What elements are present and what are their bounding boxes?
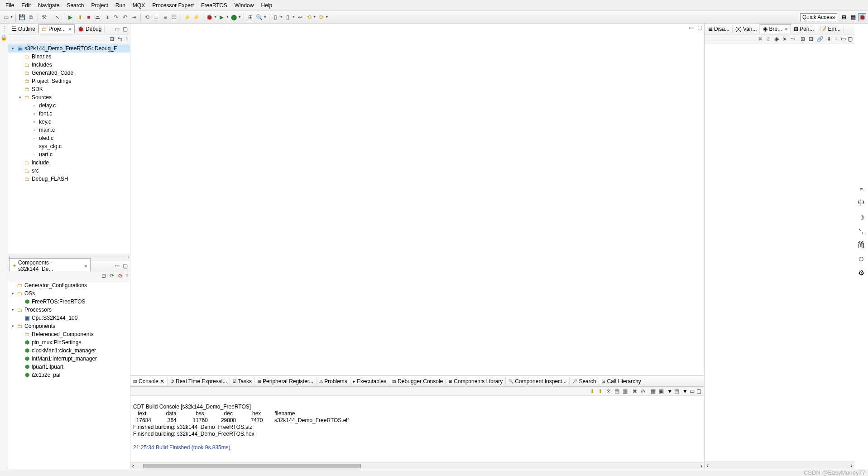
- menu-freertos[interactable]: FreeRTOS: [197, 1, 231, 10]
- console-tab-7[interactable]: ⊞Components Library: [446, 377, 506, 385]
- tab-project-explorer[interactable]: 🗀 Proje... ✕: [38, 24, 75, 33]
- console-a-icon[interactable]: ▦: [651, 388, 657, 394]
- generate-icon[interactable]: ⚙: [118, 273, 124, 279]
- close-icon[interactable]: ✕: [784, 27, 788, 32]
- tree-node[interactable]: ⬢FreeRTOS:FreeRTOS: [8, 298, 130, 306]
- expander-icon[interactable]: [17, 316, 23, 320]
- console-tab-4[interactable]: ⚠Problems: [317, 377, 350, 385]
- maximize-icon[interactable]: ▢: [848, 36, 853, 42]
- console-hscroll[interactable]: ‹ ›: [130, 462, 704, 469]
- tree-node[interactable]: 🗀Generated_Code: [8, 69, 130, 77]
- tree-node[interactable]: 🗀src: [8, 167, 130, 175]
- expander-icon[interactable]: [17, 373, 23, 377]
- run-button-icon[interactable]: ▶: [218, 13, 226, 21]
- restart-icon[interactable]: ⟲: [143, 13, 151, 21]
- save-icon[interactable]: 💾: [18, 13, 26, 21]
- console-tab-5[interactable]: ▸Executables: [350, 377, 389, 385]
- expander-icon[interactable]: [17, 87, 23, 91]
- expander-icon[interactable]: [17, 71, 23, 75]
- menu-processor-expert[interactable]: Processor Expert: [149, 1, 197, 10]
- debug-config-icon[interactable]: ☷: [170, 13, 178, 21]
- view-menu-icon[interactable]: ▽: [835, 37, 837, 41]
- tree-node[interactable]: ▫uart.c: [8, 150, 130, 159]
- menu-file[interactable]: File: [2, 1, 18, 10]
- pointer-icon[interactable]: ↖: [53, 13, 62, 21]
- tree-node[interactable]: ▾▣s32k144_Demo_FreeRTOS: Debug_F: [8, 44, 130, 53]
- menu-search[interactable]: Search: [63, 1, 87, 10]
- minimize-icon[interactable]: ▭: [115, 263, 121, 269]
- tree-node[interactable]: ⬢intMan1:interrupt_manager: [8, 355, 130, 363]
- maximize-icon[interactable]: ▢: [123, 26, 129, 32]
- minimize-icon[interactable]: ▭: [690, 388, 695, 394]
- console-c-icon[interactable]: ▤: [674, 388, 681, 394]
- refresh-icon[interactable]: ⟳: [110, 273, 116, 279]
- tree-node[interactable]: 🗀include: [8, 159, 130, 167]
- ime-chinese-icon[interactable]: 中: [858, 198, 865, 208]
- tree-node[interactable]: ⬢lpuart1:lpuart: [8, 363, 130, 371]
- console-tab-6[interactable]: ▤Debugger Console: [389, 377, 446, 385]
- close-icon[interactable]: ✕: [68, 27, 72, 32]
- breakpoints-content[interactable]: [705, 43, 854, 462]
- open-console-icon[interactable]: ▥: [623, 388, 629, 394]
- expander-icon[interactable]: ▾: [10, 324, 15, 328]
- open-type-icon[interactable]: ⊞: [246, 13, 254, 21]
- scroll-right-icon[interactable]: ›: [128, 255, 129, 260]
- lock-icon[interactable]: 🔒: [0, 34, 7, 41]
- perspective-c-icon[interactable]: ▦: [849, 13, 857, 21]
- search-tb-icon[interactable]: 🔍: [255, 13, 264, 21]
- console-tab-9[interactable]: 🔎Search: [570, 377, 599, 385]
- console-tab-1[interactable]: ⏱Real Time Expressi...: [168, 377, 230, 385]
- scroll-right-icon[interactable]: ›: [699, 463, 704, 469]
- flash-icon[interactable]: ⚡: [183, 13, 192, 21]
- display-selected-icon[interactable]: ▤: [614, 388, 621, 394]
- show-icon[interactable]: ◉: [774, 36, 781, 42]
- profile-button-icon[interactable]: ⬤: [230, 13, 238, 21]
- console-tab-8[interactable]: 🔍Component Inspect...: [506, 377, 570, 385]
- suspend-icon[interactable]: ⏸: [76, 13, 84, 21]
- menu-window[interactable]: Window: [231, 1, 258, 10]
- clear-console-icon[interactable]: ⊗: [606, 388, 613, 394]
- right-hscroll[interactable]: ‹ ›: [705, 462, 854, 469]
- quick-access-input[interactable]: Quick Access: [800, 13, 837, 21]
- tree-node[interactable]: ⬢clockMan1:clock_manager: [8, 346, 130, 355]
- expander-icon[interactable]: [24, 144, 30, 149]
- maximize-icon[interactable]: ▢: [697, 24, 702, 31]
- scrollbar-thumb[interactable]: [143, 464, 361, 468]
- tree-node[interactable]: 🗀Debug_FLASH: [8, 175, 130, 183]
- console-tab-3[interactable]: ⊞Peripheral Register...: [255, 377, 317, 385]
- right-tab-3[interactable]: ⊞Peri...: [791, 25, 817, 33]
- expander-icon[interactable]: [17, 299, 23, 304]
- scroll-left-icon[interactable]: ‹: [130, 463, 136, 469]
- expander-icon[interactable]: [24, 136, 30, 140]
- perspective-open-icon[interactable]: ⊞: [840, 13, 848, 21]
- tree-node[interactable]: 🗀SDK: [8, 85, 130, 93]
- tree-node[interactable]: ▫main.c: [8, 126, 130, 134]
- build-icon[interactable]: ⚒: [40, 13, 48, 21]
- ime-handle-icon[interactable]: ≡: [859, 187, 863, 193]
- ime-emoji-icon[interactable]: ☺: [858, 255, 865, 263]
- pin-icon[interactable]: ⬆: [598, 388, 604, 394]
- flash2-icon[interactable]: ⚡: [192, 13, 201, 21]
- remove-icon[interactable]: ✖: [758, 36, 764, 42]
- console-b-icon[interactable]: ▣: [659, 388, 665, 394]
- minimize-icon[interactable]: ▭: [841, 36, 846, 42]
- console-tab-0[interactable]: ▤Console✕: [130, 377, 168, 385]
- tree-node[interactable]: ▫oled.c: [8, 134, 130, 142]
- close-icon[interactable]: ✕: [160, 378, 164, 385]
- expander-icon[interactable]: [17, 79, 23, 83]
- back-icon[interactable]: ⟲: [305, 13, 313, 21]
- expander-icon[interactable]: [24, 152, 30, 157]
- expander-icon[interactable]: ▾: [17, 95, 23, 100]
- trim-handle-icon[interactable]: ⋮: [1, 25, 7, 32]
- align-icon[interactable]: ≣: [152, 13, 160, 21]
- ime-settings-icon[interactable]: ⚙: [858, 269, 864, 277]
- menu-edit[interactable]: Edit: [18, 1, 34, 10]
- menu-mqx[interactable]: MQX: [129, 1, 149, 10]
- remove-icon[interactable]: ✖: [633, 388, 639, 394]
- view-menu-icon[interactable]: ▽: [126, 37, 128, 41]
- forward-icon[interactable]: ⟳: [317, 13, 326, 21]
- expander-icon[interactable]: [17, 340, 23, 345]
- tree-node[interactable]: 🗀Project_Settings: [8, 77, 130, 85]
- expander-icon[interactable]: [17, 54, 23, 59]
- tree-node[interactable]: 🗀Referenced_Components: [8, 330, 130, 338]
